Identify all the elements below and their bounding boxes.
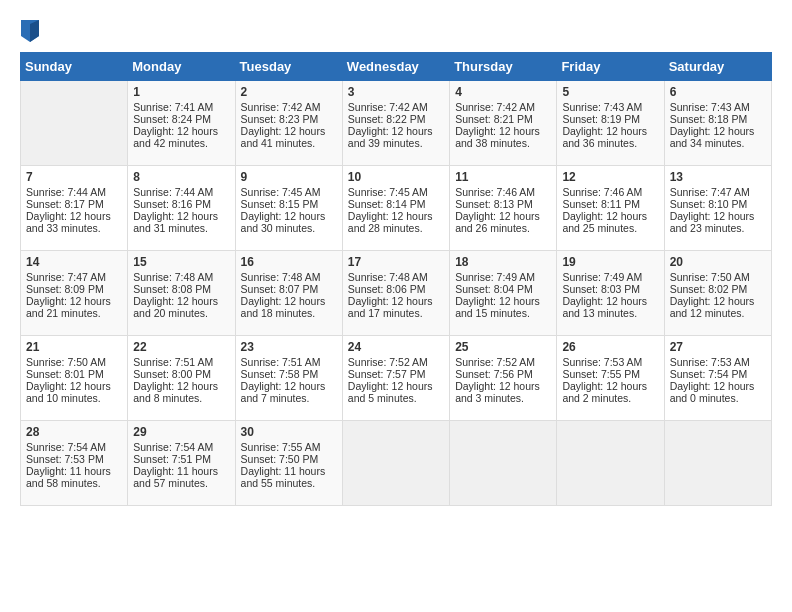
day-number: 17 — [348, 255, 444, 269]
day-number: 8 — [133, 170, 229, 184]
day-info: Sunset: 8:15 PM — [241, 198, 337, 210]
column-header-saturday: Saturday — [664, 53, 771, 81]
day-number: 29 — [133, 425, 229, 439]
day-number: 7 — [26, 170, 122, 184]
day-info: Daylight: 11 hours and 55 minutes. — [241, 465, 337, 489]
day-info: Sunrise: 7:54 AM — [26, 441, 122, 453]
column-header-friday: Friday — [557, 53, 664, 81]
calendar-cell: 8Sunrise: 7:44 AMSunset: 8:16 PMDaylight… — [128, 166, 235, 251]
calendar-cell — [450, 421, 557, 506]
day-number: 1 — [133, 85, 229, 99]
day-info: Sunset: 8:18 PM — [670, 113, 766, 125]
day-info: Daylight: 12 hours and 23 minutes. — [670, 210, 766, 234]
calendar-cell: 21Sunrise: 7:50 AMSunset: 8:01 PMDayligh… — [21, 336, 128, 421]
day-info: Daylight: 12 hours and 12 minutes. — [670, 295, 766, 319]
calendar-cell — [664, 421, 771, 506]
day-info: Sunrise: 7:44 AM — [133, 186, 229, 198]
calendar-cell: 6Sunrise: 7:43 AMSunset: 8:18 PMDaylight… — [664, 81, 771, 166]
calendar-week-row: 14Sunrise: 7:47 AMSunset: 8:09 PMDayligh… — [21, 251, 772, 336]
calendar-cell — [557, 421, 664, 506]
day-info: Sunset: 8:21 PM — [455, 113, 551, 125]
calendar-cell: 16Sunrise: 7:48 AMSunset: 8:07 PMDayligh… — [235, 251, 342, 336]
header-row: SundayMondayTuesdayWednesdayThursdayFrid… — [21, 53, 772, 81]
calendar-week-row: 21Sunrise: 7:50 AMSunset: 8:01 PMDayligh… — [21, 336, 772, 421]
calendar-cell: 19Sunrise: 7:49 AMSunset: 8:03 PMDayligh… — [557, 251, 664, 336]
calendar-cell: 18Sunrise: 7:49 AMSunset: 8:04 PMDayligh… — [450, 251, 557, 336]
calendar-cell: 14Sunrise: 7:47 AMSunset: 8:09 PMDayligh… — [21, 251, 128, 336]
day-info: Daylight: 12 hours and 5 minutes. — [348, 380, 444, 404]
calendar-week-row: 1Sunrise: 7:41 AMSunset: 8:24 PMDaylight… — [21, 81, 772, 166]
day-info: Sunrise: 7:49 AM — [455, 271, 551, 283]
day-info: Sunset: 8:03 PM — [562, 283, 658, 295]
day-info: Sunrise: 7:45 AM — [348, 186, 444, 198]
day-number: 2 — [241, 85, 337, 99]
day-info: Sunrise: 7:45 AM — [241, 186, 337, 198]
day-number: 3 — [348, 85, 444, 99]
calendar-cell: 23Sunrise: 7:51 AMSunset: 7:58 PMDayligh… — [235, 336, 342, 421]
day-number: 23 — [241, 340, 337, 354]
day-info: Sunset: 7:53 PM — [26, 453, 122, 465]
calendar-cell — [21, 81, 128, 166]
day-number: 14 — [26, 255, 122, 269]
day-info: Sunrise: 7:54 AM — [133, 441, 229, 453]
day-info: Daylight: 12 hours and 31 minutes. — [133, 210, 229, 234]
day-info: Daylight: 12 hours and 2 minutes. — [562, 380, 658, 404]
day-number: 28 — [26, 425, 122, 439]
day-number: 21 — [26, 340, 122, 354]
day-info: Daylight: 12 hours and 10 minutes. — [26, 380, 122, 404]
day-info: Sunrise: 7:51 AM — [241, 356, 337, 368]
day-info: Sunrise: 7:46 AM — [562, 186, 658, 198]
column-header-thursday: Thursday — [450, 53, 557, 81]
calendar-cell — [342, 421, 449, 506]
day-info: Daylight: 12 hours and 20 minutes. — [133, 295, 229, 319]
day-number: 26 — [562, 340, 658, 354]
day-info: Sunrise: 7:53 AM — [562, 356, 658, 368]
calendar-cell: 13Sunrise: 7:47 AMSunset: 8:10 PMDayligh… — [664, 166, 771, 251]
day-number: 30 — [241, 425, 337, 439]
day-info: Daylight: 12 hours and 38 minutes. — [455, 125, 551, 149]
day-info: Daylight: 12 hours and 36 minutes. — [562, 125, 658, 149]
calendar-cell: 25Sunrise: 7:52 AMSunset: 7:56 PMDayligh… — [450, 336, 557, 421]
day-info: Daylight: 12 hours and 7 minutes. — [241, 380, 337, 404]
day-info: Sunset: 8:22 PM — [348, 113, 444, 125]
day-info: Daylight: 12 hours and 39 minutes. — [348, 125, 444, 149]
day-info: Sunset: 7:56 PM — [455, 368, 551, 380]
calendar-cell: 15Sunrise: 7:48 AMSunset: 8:08 PMDayligh… — [128, 251, 235, 336]
day-info: Daylight: 12 hours and 0 minutes. — [670, 380, 766, 404]
day-info: Sunrise: 7:48 AM — [241, 271, 337, 283]
calendar-week-row: 28Sunrise: 7:54 AMSunset: 7:53 PMDayligh… — [21, 421, 772, 506]
column-header-sunday: Sunday — [21, 53, 128, 81]
day-info: Sunrise: 7:48 AM — [348, 271, 444, 283]
calendar-week-row: 7Sunrise: 7:44 AMSunset: 8:17 PMDaylight… — [21, 166, 772, 251]
day-info: Sunset: 8:06 PM — [348, 283, 444, 295]
day-number: 18 — [455, 255, 551, 269]
calendar-cell: 9Sunrise: 7:45 AMSunset: 8:15 PMDaylight… — [235, 166, 342, 251]
day-info: Sunrise: 7:48 AM — [133, 271, 229, 283]
day-info: Sunrise: 7:52 AM — [348, 356, 444, 368]
day-info: Sunset: 8:10 PM — [670, 198, 766, 210]
column-header-tuesday: Tuesday — [235, 53, 342, 81]
day-info: Sunrise: 7:42 AM — [348, 101, 444, 113]
calendar-cell: 26Sunrise: 7:53 AMSunset: 7:55 PMDayligh… — [557, 336, 664, 421]
day-info: Sunset: 8:24 PM — [133, 113, 229, 125]
day-info: Daylight: 12 hours and 26 minutes. — [455, 210, 551, 234]
calendar-cell: 24Sunrise: 7:52 AMSunset: 7:57 PMDayligh… — [342, 336, 449, 421]
day-number: 24 — [348, 340, 444, 354]
day-info: Sunrise: 7:47 AM — [670, 186, 766, 198]
day-info: Sunset: 7:54 PM — [670, 368, 766, 380]
day-info: Sunrise: 7:47 AM — [26, 271, 122, 283]
day-info: Sunrise: 7:49 AM — [562, 271, 658, 283]
day-number: 11 — [455, 170, 551, 184]
day-info: Sunset: 8:02 PM — [670, 283, 766, 295]
day-number: 19 — [562, 255, 658, 269]
day-info: Sunrise: 7:55 AM — [241, 441, 337, 453]
calendar-cell: 2Sunrise: 7:42 AMSunset: 8:23 PMDaylight… — [235, 81, 342, 166]
day-info: Daylight: 12 hours and 33 minutes. — [26, 210, 122, 234]
day-info: Daylight: 12 hours and 3 minutes. — [455, 380, 551, 404]
day-info: Sunrise: 7:53 AM — [670, 356, 766, 368]
day-number: 13 — [670, 170, 766, 184]
day-number: 27 — [670, 340, 766, 354]
calendar-cell: 22Sunrise: 7:51 AMSunset: 8:00 PMDayligh… — [128, 336, 235, 421]
calendar-cell: 27Sunrise: 7:53 AMSunset: 7:54 PMDayligh… — [664, 336, 771, 421]
day-info: Sunset: 8:04 PM — [455, 283, 551, 295]
